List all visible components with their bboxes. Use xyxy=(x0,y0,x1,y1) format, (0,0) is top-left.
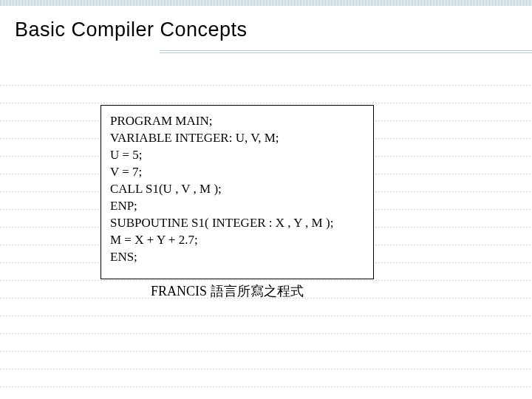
code-line: ENS; xyxy=(110,249,364,266)
code-line: ENP; xyxy=(110,198,364,215)
gridline xyxy=(0,85,532,86)
gridline xyxy=(0,351,532,352)
code-line: M = X + Y + 2.7; xyxy=(110,232,364,249)
gridline xyxy=(0,333,532,334)
slide-top-border xyxy=(0,0,532,6)
code-caption: FRANCIS 語言所寫之程式 xyxy=(151,282,304,300)
code-line: PROGRAM MAIN; xyxy=(110,113,364,130)
gridline xyxy=(0,103,532,103)
gridline xyxy=(0,316,532,316)
gridline xyxy=(0,280,532,281)
gridline xyxy=(0,369,532,369)
slide-title: Basic Compiler Concepts xyxy=(15,18,248,41)
code-line: V = 7; xyxy=(110,164,364,181)
code-line: VARIABLE INTEGER: U, V, M; xyxy=(110,130,364,147)
code-line: SUBPOUTINE S1( INTEGER : X , Y , M ); xyxy=(110,215,364,232)
gridline xyxy=(0,386,532,387)
code-line: U = 5; xyxy=(110,147,364,164)
code-line: CALL S1(U , V , M ); xyxy=(110,181,364,198)
code-box: PROGRAM MAIN; VARIABLE INTEGER: U, V, M;… xyxy=(100,105,374,279)
title-underline xyxy=(160,50,532,53)
